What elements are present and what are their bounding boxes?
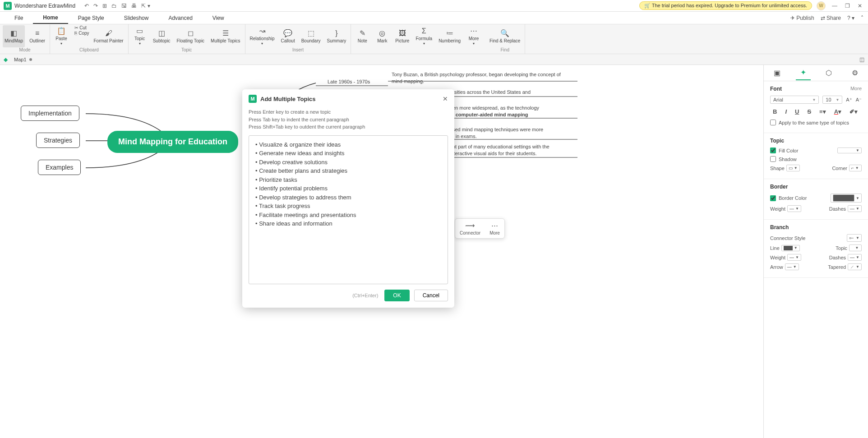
tab-advanced[interactable]: Advanced [158,12,202,24]
branch-weight-select[interactable]: — ▼ [787,254,801,261]
align-icon[interactable]: ≡▾ [817,106,829,117]
node-main-topic[interactable]: Mind Mapping for Education [107,131,238,153]
branch-dashes-select[interactable]: — ▼ [848,254,862,261]
float-connector-button[interactable]: ⟿Connector [455,219,485,238]
corner-select[interactable]: ⌐ ▼ [849,165,862,171]
format-painter-button[interactable]: 🖌Format Painter [92,25,125,47]
summary-button[interactable]: }Summary [325,25,348,47]
export-icon[interactable]: ⇱ ▾ [141,3,150,9]
apply-same-checkbox[interactable] [770,120,776,125]
text-line2[interactable]: rsities across the United States and [452,89,531,96]
branch-tapered-select[interactable]: ⟋ ▼ [848,263,862,270]
topic-item[interactable]: Facilitate meetings and presentations [255,211,441,220]
callout-button[interactable]: 💬Callout [279,25,297,47]
mode-outliner-button[interactable]: ≡Outliner [28,25,47,47]
help-icon[interactable]: ? ▾ [847,15,854,21]
collapse-ribbon-icon[interactable]: ˄ [861,15,863,21]
topic-item[interactable]: Generate new ideas and insights [255,149,441,158]
paste-button[interactable]: 📋Paste▾ [53,25,70,47]
subtopic-button[interactable]: ◫Subtopic [151,25,172,47]
topic-item[interactable]: Create better plans and strategies [255,166,441,175]
undo-icon[interactable]: ↶ [84,3,89,9]
connector-style-select[interactable]: ⟜ ▼ [847,234,862,242]
node-period[interactable]: Late 1960s - 1970s [328,78,370,85]
cut-button[interactable]: ✂ Cut [74,25,89,30]
font-increase-icon[interactable]: A⁺ [846,97,852,103]
strikethrough-icon[interactable]: S [804,106,814,117]
shape-select[interactable]: ▭ ▼ [786,165,800,171]
open-icon[interactable]: 🗀 [111,3,117,9]
floating-topic-button[interactable]: ◻Floating Topic [175,25,207,47]
note-button[interactable]: ✎Note [354,25,371,47]
cancel-button[interactable]: Cancel [414,290,448,301]
float-more-button[interactable]: ⋯More [485,219,504,238]
tab-home[interactable]: Home [33,12,68,24]
border-color-select[interactable]: ▼ [831,194,862,203]
tab-slideshow[interactable]: Slideshow [114,12,159,24]
topic-item[interactable]: Identify potential problems [255,184,441,193]
sidetab-map-icon[interactable]: ⬡ [821,66,836,80]
canvas[interactable]: Implementation Strategies Examples Mind … [0,65,763,438]
border-dashes-select[interactable]: — ▼ [848,205,862,212]
relationship-button[interactable]: ↝Relationship▾ [248,25,277,47]
sidetab-settings-icon[interactable]: ⚙ [847,66,863,80]
share-button[interactable]: ⇄ Share [821,15,841,21]
topic-item[interactable]: Track task progress [255,202,441,211]
document-tab[interactable]: Map1 [9,56,37,63]
boundary-button[interactable]: ⬚Boundary [300,25,323,47]
shadow-checkbox[interactable] [770,156,776,162]
underline-icon[interactable]: U [792,106,802,117]
font-family-select[interactable]: Arial▼ [770,96,819,104]
node-implementation[interactable]: Implementation [21,106,79,121]
tab-page-style[interactable]: Page Style [68,12,114,24]
highlight-icon[interactable]: ✐▾ [847,106,860,117]
font-more-link[interactable]: More [850,86,862,92]
font-decrease-icon[interactable]: A⁻ [856,97,862,103]
new-icon[interactable]: ⊞ [102,3,107,9]
redo-icon[interactable]: ↷ [93,3,98,9]
border-color-checkbox[interactable] [770,195,776,201]
ok-button[interactable]: OK [384,290,409,301]
user-avatar[interactable]: W [817,1,826,10]
branch-line-select[interactable]: ▼ [781,245,800,251]
topic-button[interactable]: ▭Topic▾ [131,25,148,47]
formula-button[interactable]: ΣFormula▾ [414,25,434,47]
topic-item[interactable]: Develop creative solutions [255,158,441,167]
italic-icon[interactable]: I [782,106,790,117]
topic-item[interactable]: Visualize & organize their ideas [255,140,441,149]
node-examples[interactable]: Examples [38,160,81,175]
topic-item[interactable]: Prioritize tasks [255,175,441,184]
panel-toggle-icon[interactable]: ◫ [859,56,864,63]
publish-button[interactable]: ✈ Publish [790,15,814,21]
topic-item[interactable]: Share ideas and information [255,219,441,228]
tab-view[interactable]: View [203,12,234,24]
text-line5[interactable]: nt part of many educational settings wit… [452,143,549,157]
multiple-topics-button[interactable]: ☰Multiple Topics [209,25,242,47]
dialog-close-icon[interactable]: ✕ [443,95,448,102]
node-strategies[interactable]: Strategies [36,133,80,148]
save-icon[interactable]: 🖫 [121,3,127,9]
sidetab-style-icon[interactable]: ✦ [796,65,811,80]
font-size-select[interactable]: 10▼ [822,96,842,104]
branch-topic-select[interactable]: ▼ [849,244,862,251]
dialog-textarea[interactable]: Visualize & organize their ideas Generat… [249,135,448,284]
trial-banner[interactable]: 🛒 The trial period has expired. Upgrade … [639,1,812,10]
branch-arrow-select[interactable]: — ▼ [785,263,799,270]
maximize-icon[interactable]: ❐ [843,3,852,9]
print-icon[interactable]: 🖶 [131,3,137,9]
text-tony-buzan[interactable]: Tony Buzan, a British psychology profess… [392,71,572,85]
tab-file[interactable]: File [5,12,33,24]
bold-icon[interactable]: B [770,106,780,117]
fill-color-select[interactable]: ▼ [837,148,862,153]
minimize-icon[interactable]: — [830,3,839,9]
text-line3[interactable]: en more widespread, as the technologyf c… [452,105,539,119]
picture-button[interactable]: 🖼Picture [393,25,411,47]
font-color-icon[interactable]: A▾ [831,106,844,117]
mark-button[interactable]: ◎Mark [374,25,391,47]
find-replace-button[interactable]: 🔍Find & Replace [488,25,522,47]
border-weight-select[interactable]: — ▼ [787,205,801,212]
sidetab-layout-icon[interactable]: ▣ [769,66,785,80]
text-line4[interactable]: sed mind mapping techniques were morer i… [452,126,543,140]
close-window-icon[interactable]: ✕ [855,3,864,9]
more-insert-button[interactable]: ⋯More▾ [465,25,482,47]
